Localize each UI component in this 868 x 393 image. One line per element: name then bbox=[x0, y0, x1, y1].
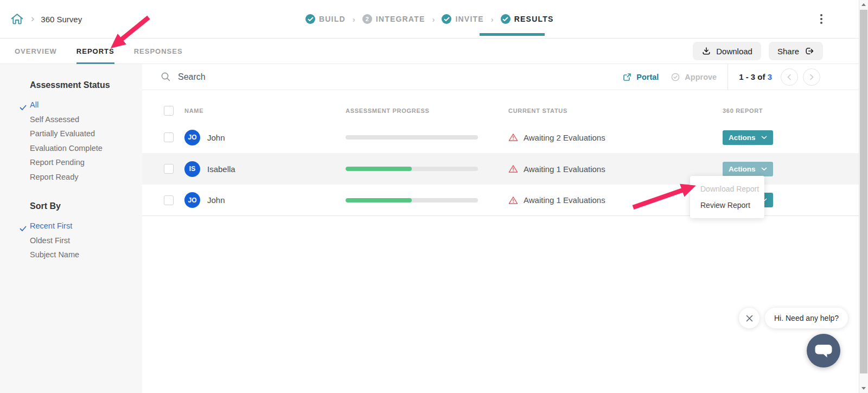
actions-dropdown-menu: Download Report Review Report bbox=[690, 176, 764, 218]
tabs: OVERVIEW REPORTS RESPONSES bbox=[0, 39, 183, 64]
toolbar-right: Portal Approve 1 - 3 bbox=[622, 64, 820, 90]
wizard-stepper: BUILD › 2 INTEGRATE › INVITE › bbox=[305, 0, 553, 38]
step-separator-icon: › bbox=[432, 15, 435, 24]
step-invite[interactable]: INVITE bbox=[442, 14, 483, 24]
filter-report-ready[interactable]: Report Ready bbox=[30, 170, 131, 185]
row-checkbox[interactable] bbox=[164, 164, 174, 174]
step-label: RESULTS bbox=[514, 15, 554, 23]
share-button[interactable]: Share bbox=[769, 42, 823, 60]
actions-label: Actions bbox=[729, 134, 756, 142]
download-label: Download bbox=[716, 47, 752, 56]
check-circle-icon bbox=[501, 14, 510, 24]
column-header-report: 360 REPORT bbox=[723, 107, 835, 114]
check-circle-icon bbox=[305, 14, 315, 24]
filter-sidebar: Assessment Status All Self Assessed Part… bbox=[0, 64, 142, 393]
subject-name: John bbox=[207, 195, 225, 205]
check-icon bbox=[20, 101, 27, 116]
row-checkbox[interactable] bbox=[164, 132, 174, 142]
divider bbox=[727, 64, 728, 90]
tab-bar: OVERVIEW REPORTS RESPONSES Download bbox=[0, 38, 859, 64]
subject-name: John bbox=[207, 133, 225, 142]
table-header-row: NAME ASSESSMENT PROGRESS CURRENT STATUS … bbox=[142, 100, 859, 122]
tab-responses[interactable]: RESPONSES bbox=[134, 39, 183, 64]
step-integrate[interactable]: 2 INTEGRATE bbox=[362, 14, 425, 24]
menu-item-download-report[interactable]: Download Report bbox=[690, 181, 764, 197]
sort-recent-first[interactable]: Recent First bbox=[30, 219, 131, 233]
vertical-scrollbar bbox=[859, 0, 868, 393]
chat-launcher-button[interactable] bbox=[807, 334, 840, 367]
sidebar-section-title: Assessment Status bbox=[30, 80, 131, 90]
table-row: JO John bbox=[142, 122, 859, 153]
triangle-down-icon bbox=[861, 387, 866, 390]
scrollbar-thumb[interactable] bbox=[860, 10, 867, 373]
next-page-button[interactable] bbox=[803, 68, 820, 86]
active-step-underline bbox=[480, 33, 545, 36]
actions-label: Actions bbox=[729, 165, 756, 173]
search-icon bbox=[161, 72, 171, 82]
avatar: IS bbox=[184, 161, 200, 177]
sort-oldest-first[interactable]: Oldest First bbox=[30, 233, 131, 248]
step-label: INTEGRATE bbox=[376, 15, 425, 23]
chat-bubble-icon bbox=[814, 343, 833, 359]
status-text: Awaiting 1 Evaluations bbox=[524, 164, 605, 174]
progress-bar bbox=[346, 135, 478, 140]
sort-label: Recent First bbox=[30, 221, 72, 230]
filter-partially-evaluated[interactable]: Partially Evaluated bbox=[30, 126, 131, 141]
scroll-down-button[interactable] bbox=[859, 384, 868, 393]
share-icon bbox=[804, 46, 814, 56]
actions-button-open[interactable]: Actions bbox=[723, 162, 773, 176]
progress-bar bbox=[346, 167, 478, 171]
filter-label: All bbox=[30, 100, 39, 109]
progress-bar bbox=[346, 198, 478, 202]
tab-overview[interactable]: OVERVIEW bbox=[15, 39, 57, 64]
warning-icon bbox=[508, 196, 518, 205]
step-separator-icon: › bbox=[353, 15, 355, 24]
top-bar: › 360 Survey BUILD › 2 INTEGRATE › bbox=[0, 0, 859, 38]
chat-close-button[interactable] bbox=[739, 308, 760, 328]
column-header-status: CURRENT STATUS bbox=[508, 107, 723, 114]
triangle-up-icon bbox=[861, 3, 866, 6]
breadcrumb-title: 360 Survey bbox=[41, 15, 82, 24]
column-header-progress: ASSESSMENT PROGRESS bbox=[346, 107, 508, 114]
check-icon bbox=[20, 222, 27, 237]
select-all-checkbox[interactable] bbox=[164, 106, 174, 116]
chevron-down-icon bbox=[761, 167, 767, 171]
scroll-up-button[interactable] bbox=[859, 0, 868, 9]
column-header-name: NAME bbox=[184, 107, 346, 114]
approve-button-disabled[interactable]: Approve bbox=[671, 72, 717, 82]
subject-name: Isabella bbox=[207, 164, 235, 174]
approve-label: Approve bbox=[685, 73, 717, 81]
download-icon bbox=[701, 46, 711, 56]
step-build[interactable]: BUILD bbox=[305, 14, 346, 24]
sort-subject-name[interactable]: Subject Name bbox=[30, 248, 131, 262]
pager bbox=[781, 68, 820, 86]
menu-item-review-report[interactable]: Review Report bbox=[690, 197, 764, 213]
filter-self-assessed[interactable]: Self Assessed bbox=[30, 112, 131, 127]
breadcrumb: › 360 Survey bbox=[10, 0, 82, 38]
range-total: 3 bbox=[768, 72, 772, 81]
close-icon bbox=[745, 314, 754, 322]
home-icon[interactable] bbox=[10, 12, 24, 27]
chevron-down-icon bbox=[761, 136, 767, 140]
share-label: Share bbox=[777, 47, 799, 56]
portal-label: Portal bbox=[636, 73, 659, 81]
page: › 360 Survey BUILD › 2 INTEGRATE › bbox=[0, 0, 868, 393]
filter-evaluation-complete[interactable]: Evaluation Complete bbox=[30, 141, 131, 156]
search-box bbox=[161, 72, 622, 82]
overflow-menu-icon[interactable] bbox=[815, 13, 827, 25]
row-checkbox[interactable] bbox=[164, 195, 174, 205]
status-text: Awaiting 1 Evaluations bbox=[524, 195, 605, 205]
filter-all[interactable]: All bbox=[30, 98, 131, 112]
sort-by-list: Recent First Oldest First Subject Name bbox=[30, 219, 131, 262]
download-button[interactable]: Download bbox=[693, 42, 761, 60]
actions-button[interactable]: Actions bbox=[723, 130, 773, 145]
range-label: 1 - 3 of bbox=[739, 72, 765, 81]
tab-reports[interactable]: REPORTS bbox=[76, 39, 114, 64]
search-input[interactable] bbox=[178, 72, 341, 82]
filter-report-pending[interactable]: Report Pending bbox=[30, 155, 131, 170]
warning-icon bbox=[508, 164, 518, 173]
portal-link[interactable]: Portal bbox=[622, 72, 659, 82]
step-results[interactable]: RESULTS bbox=[501, 14, 554, 24]
step-separator-icon: › bbox=[491, 15, 494, 24]
prev-page-button[interactable] bbox=[781, 68, 798, 86]
